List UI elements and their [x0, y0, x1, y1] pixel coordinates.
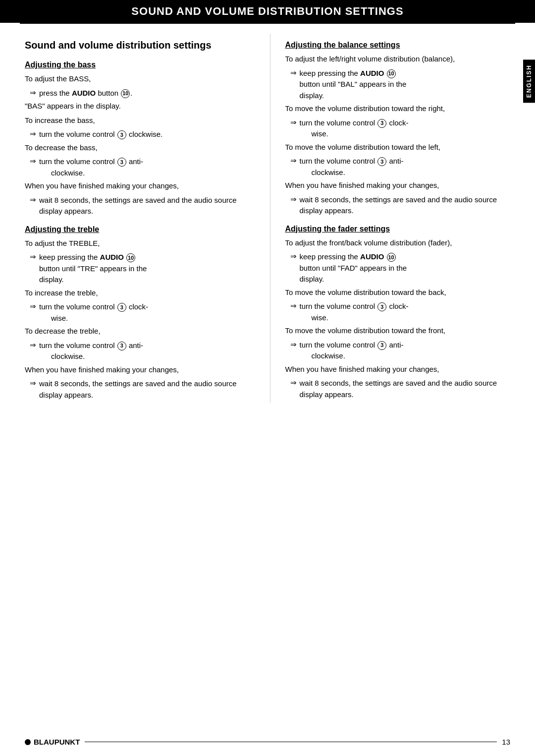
footer: BLAUPUNKT 13 — [0, 738, 535, 746]
treble-p2: To increase the treble, — [25, 288, 255, 299]
fader-p3: To move the volume distribution toward t… — [285, 325, 516, 337]
page: SOUND AND VOLUME DISTRIBUTION SETTINGS E… — [0, 0, 535, 756]
treble-section: Adjusting the treble To adjust the TREBL… — [25, 225, 255, 401]
arrow-icon-13: ⇒ — [290, 252, 297, 261]
arrow-icon-7: ⇒ — [30, 341, 36, 349]
fader-arrow2: ⇒ turn the volume control 3 clock- wise. — [290, 301, 516, 323]
bass-arrow2: ⇒ turn the volume control 3 clockwise. — [30, 129, 255, 140]
balance-p1: To adjust the left/right volume distribu… — [285, 54, 516, 65]
arrow-icon-1: ⇒ — [30, 88, 36, 97]
balance-arrow3: ⇒ turn the volume control 3 anti- clockw… — [290, 156, 516, 178]
english-tab: ENGLISH — [523, 59, 535, 103]
arrow-icon-2: ⇒ — [30, 129, 36, 138]
section-main-title: Sound and volume distribution settings — [25, 39, 255, 52]
arrow-icon-3: ⇒ — [30, 157, 36, 166]
balance-arrow4: ⇒ wait 8 seconds, the settings are saved… — [290, 194, 516, 217]
treble-heading: Adjusting the treble — [25, 225, 255, 234]
arrow-icon-4: ⇒ — [30, 195, 36, 204]
page-number: 13 — [502, 738, 510, 746]
bass-arrow3: ⇒ turn the volume control 3 anti- clockw… — [30, 156, 255, 178]
bass-heading: Adjusting the bass — [25, 60, 255, 69]
fader-arrow4: ⇒ wait 8 seconds, the settings are saved… — [290, 378, 516, 400]
balance-arrow2: ⇒ turn the volume control 3 clock- wise. — [290, 117, 516, 140]
arrow-icon-15: ⇒ — [290, 340, 297, 349]
fader-p4: When you have finished making your chang… — [285, 364, 516, 375]
balance-p3: To move the volume distribution toward t… — [285, 142, 516, 153]
treble-p1: To adjust the TREBLE, — [25, 238, 255, 249]
fader-p2: To move the volume distribution toward t… — [285, 287, 516, 298]
treble-p4: When you have finished making your chang… — [25, 364, 255, 376]
brand-dot — [25, 739, 31, 745]
arrow-icon-14: ⇒ — [290, 301, 297, 310]
bass-arrow4: ⇒ wait 8 seconds, the settings are saved… — [30, 195, 255, 217]
fader-arrow1: ⇒ keep pressing the AUDIO 10 button unti… — [290, 251, 516, 285]
brand-logo: BLAUPUNKT — [25, 738, 80, 746]
bass-p3: To increase the bass, — [25, 115, 255, 126]
balance-p4: When you have finished making your chang… — [285, 180, 516, 191]
arrow-icon-11: ⇒ — [290, 156, 297, 165]
arrow-icon-9: ⇒ — [290, 68, 297, 77]
main-title: SOUND AND VOLUME DISTRIBUTION SETTINGS — [0, 0, 535, 23]
balance-heading: Adjusting the balance settings — [285, 41, 516, 50]
footer-line — [85, 742, 497, 742]
arrow-icon-10: ⇒ — [290, 118, 297, 127]
fader-arrow3: ⇒ turn the volume control 3 anti- clockw… — [290, 340, 516, 362]
treble-arrow3: ⇒ turn the volume control 3 anti- clockw… — [30, 340, 255, 362]
bass-section: Adjusting the bass To adjust the BASS, ⇒… — [25, 60, 255, 217]
fader-section: Adjusting the fader settings To adjust t… — [285, 225, 516, 401]
fader-heading: Adjusting the fader settings — [285, 225, 516, 233]
arrow-icon-16: ⇒ — [290, 378, 297, 387]
left-column: Sound and volume distribution settings A… — [25, 34, 270, 403]
balance-section: Adjusting the balance settings To adjust… — [285, 41, 516, 217]
arrow-icon-6: ⇒ — [30, 302, 36, 311]
bass-p2: "BAS" appears in the display. — [25, 101, 255, 112]
fader-p1: To adjust the front/back volume distribu… — [285, 237, 516, 249]
right-column: Adjusting the balance settings To adjust… — [270, 34, 516, 403]
arrow-icon-12: ⇒ — [290, 195, 297, 204]
arrow-icon-5: ⇒ — [30, 252, 36, 261]
treble-arrow4: ⇒ wait 8 seconds, the settings are saved… — [30, 378, 255, 401]
bass-arrow1: ⇒ press the AUDIO button 10. — [30, 88, 255, 99]
treble-arrow2: ⇒ turn the volume control 3 clock- wise. — [30, 301, 255, 324]
balance-arrow1: ⇒ keep pressing the AUDIO 10 button unti… — [290, 68, 516, 102]
treble-p3: To decrease the treble, — [25, 326, 255, 337]
bass-p5: When you have finished making your chang… — [25, 180, 255, 192]
balance-p2: To move the volume distribution toward t… — [285, 103, 516, 115]
treble-arrow1: ⇒ keep pressing the AUDIO 10 button unti… — [30, 252, 255, 286]
brand-name: BLAUPUNKT — [34, 738, 80, 746]
bass-p1: To adjust the BASS, — [25, 73, 255, 85]
bass-p4: To decrease the bass, — [25, 142, 255, 154]
arrow-icon-8: ⇒ — [30, 379, 36, 388]
content-area: Sound and volume distribution settings A… — [0, 24, 535, 403]
